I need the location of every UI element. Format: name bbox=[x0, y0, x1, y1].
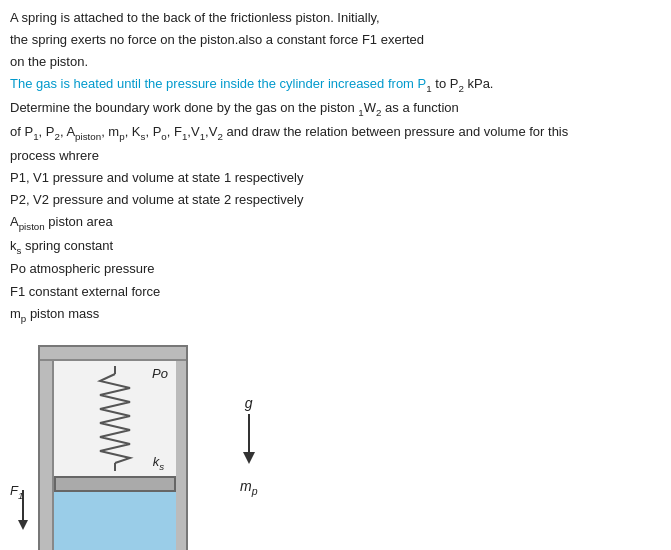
g-arrow bbox=[243, 414, 255, 464]
wall-left bbox=[40, 347, 54, 550]
line-1: A spring is attached to the back of the … bbox=[10, 8, 661, 28]
g-arrow-line bbox=[248, 414, 250, 452]
g-arrowhead bbox=[243, 452, 255, 464]
diagram-wrapper: F1 Po bbox=[10, 335, 230, 550]
piston bbox=[54, 476, 176, 492]
line-4: The gas is heated until the pressure ins… bbox=[10, 74, 661, 96]
f1-arrow-head bbox=[18, 520, 28, 530]
mp-label: mp bbox=[240, 478, 258, 497]
gas-region: x bbox=[54, 492, 176, 550]
item-3: Apiston piston area bbox=[10, 212, 661, 234]
spring-area: Po ks bbox=[54, 361, 176, 476]
line-2: the spring exerts no force on the piston… bbox=[10, 30, 661, 50]
line-5: Determine the boundary work done by the … bbox=[10, 98, 661, 120]
item-2: P2, V2 pressure and volume at state 2 re… bbox=[10, 190, 661, 210]
spring-svg bbox=[95, 366, 135, 471]
line4-text: The gas is heated until the pressure ins… bbox=[10, 76, 426, 91]
diagram-area: F1 Po bbox=[10, 335, 661, 550]
ks-label: ks bbox=[153, 454, 164, 472]
item-5: Po atmospheric pressure bbox=[10, 259, 661, 279]
wall-top bbox=[40, 347, 186, 361]
g-label: g bbox=[245, 395, 253, 411]
cylinder-outer: Po ks x bbox=[38, 345, 188, 550]
item-7: mp piston mass bbox=[10, 304, 661, 326]
po-label: Po bbox=[152, 366, 168, 381]
f1-label: F1 bbox=[10, 483, 23, 501]
page-content: A spring is attached to the back of the … bbox=[10, 8, 661, 550]
item-6: F1 constant external force bbox=[10, 282, 661, 302]
line-6: of P1, P2, Apiston, mp, Ks, Po, F1,V1,V2… bbox=[10, 122, 661, 144]
gravity-area: g mp bbox=[240, 395, 258, 497]
item-1: P1, V1 pressure and volume at state 1 re… bbox=[10, 168, 661, 188]
line-3: on the piston. bbox=[10, 52, 661, 72]
line-7: process whrere bbox=[10, 146, 661, 166]
description-block: A spring is attached to the back of the … bbox=[10, 8, 661, 325]
item-4: ks spring constant bbox=[10, 236, 661, 258]
